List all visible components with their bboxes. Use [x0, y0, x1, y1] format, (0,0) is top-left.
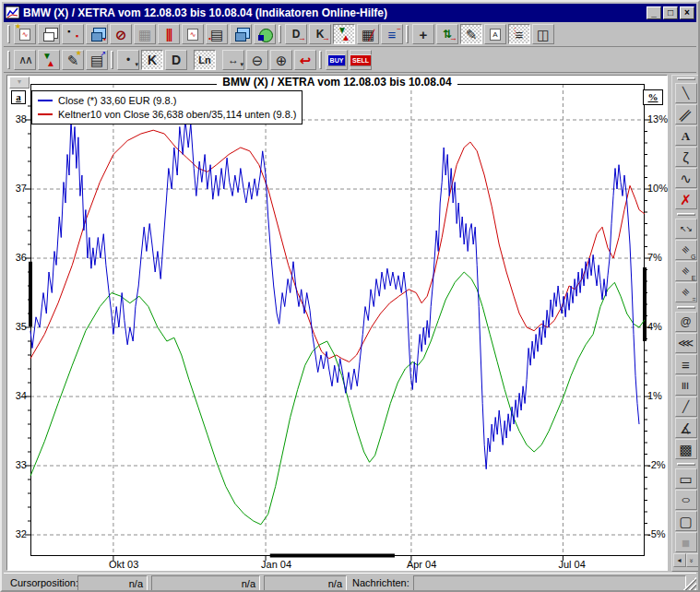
buy-button[interactable]: BUY [326, 50, 348, 70]
histogram-button[interactable]: ||| [158, 24, 180, 44]
close-button[interactable]: × [680, 6, 694, 19]
linked-windows-button-overlay: ▪ [103, 36, 106, 43]
new-chart-button[interactable]: ∿★ [14, 24, 36, 44]
table-button[interactable]: ▦ [134, 24, 156, 44]
layout-button[interactable]: ◫ [532, 24, 554, 44]
speed-lines-tool[interactable]: ∡ [675, 418, 697, 438]
toolbar-grip[interactable] [7, 25, 10, 43]
cursor-x-field: n/a [77, 575, 148, 591]
scroll-more-button[interactable]: « [686, 553, 699, 567]
toolbar-grip[interactable] [279, 25, 281, 43]
line-style-button-overlay: ▾ [135, 61, 138, 67]
crosshair-button[interactable]: + [412, 24, 434, 44]
fan-lines-tool[interactable]: ⋘ [675, 333, 697, 353]
scroll-left-button[interactable]: ◂ [673, 553, 686, 567]
kurs-data-button[interactable]: K→ [309, 24, 331, 44]
edit-wand-button[interactable]: ✎★ [62, 50, 84, 70]
cursor-position-label: Cursorposition: [10, 577, 78, 588]
y-axis-right-tick: 13% [647, 113, 668, 124]
no-edit-button[interactable]: ⊘ [110, 24, 132, 44]
signals-button[interactable]: ▼▲ [38, 50, 60, 70]
toolbar-grip[interactable] [7, 51, 10, 69]
sell-button[interactable]: SELL [350, 50, 372, 70]
text-tool[interactable]: A [675, 125, 697, 146]
report-window-button[interactable]: ▤• [206, 24, 228, 44]
trend-channel-tool[interactable]: ↖↘ [675, 219, 697, 239]
collapse-button[interactable]: ▾ [9, 77, 30, 89]
data-squares-button[interactable]: ▪▪ [62, 24, 84, 44]
rounded-rectangle-tool[interactable]: ▢ [675, 511, 697, 531]
daily-data-button-overlay: → [298, 34, 306, 42]
parallel-lines-tool[interactable]: ∥ [675, 104, 697, 124]
title-bar[interactable]: BMW (X) / XETRA vom 12.08.03 bis 10.08.0… [4, 4, 696, 22]
properties-button[interactable]: ▤↗ [86, 50, 108, 70]
levels-button-overlay: − [397, 26, 401, 33]
resize-grip[interactable] [683, 577, 696, 590]
parallel-channel-tool[interactable]: ≡= [675, 282, 697, 302]
signals-button-overlay: ▲ [46, 59, 55, 68]
toolbar-scroll-buttons: ◂« [673, 553, 699, 568]
daily-data-button[interactable]: D→ [285, 24, 307, 44]
y-axis-right-tick: -5% [647, 528, 666, 539]
filled-rectangle-tool[interactable]: ■ [675, 532, 697, 552]
move-arrows-button[interactable]: ⇅→ [436, 24, 458, 44]
news-field [413, 575, 686, 591]
web-update-button[interactable] [254, 24, 276, 44]
toolbar-grip[interactable] [111, 51, 113, 69]
toolbar-grip[interactable] [406, 25, 409, 43]
absolute-scale-button[interactable]: a [11, 90, 26, 104]
zoom-in-button[interactable]: ⊕ [270, 50, 292, 70]
objects-list-button[interactable]: ≡⋮ [508, 24, 530, 44]
log-scale-button[interactable]: Ln [194, 50, 216, 70]
maximize-button[interactable]: □ [663, 6, 678, 19]
time-range-button[interactable]: ↔▾ [222, 50, 244, 70]
bar-chart-button[interactable]: D [165, 50, 187, 70]
line-style-button[interactable]: •▾ [117, 50, 139, 70]
crosshatch-tool[interactable]: ▩ [675, 439, 697, 459]
zoom-out-button[interactable]: ⊖ [246, 50, 268, 70]
minimize-button[interactable]: _ [647, 6, 661, 19]
legend-item-close: Close (*) 33,60 EUR (9.8.) [38, 93, 296, 107]
candle-chart-button[interactable]: K [141, 50, 163, 70]
toolbar-grip[interactable] [677, 463, 695, 466]
toolbar-grip[interactable] [677, 213, 695, 216]
y-axis-left-tick: 37 [7, 183, 27, 194]
toolbar-grip[interactable] [677, 306, 695, 309]
percent-scale-button[interactable]: % [643, 89, 663, 105]
cursor-y-field: n/a [151, 575, 260, 591]
compress-button[interactable]: ▼▲ [333, 24, 355, 44]
vertical-lines-tool[interactable]: ≡ [675, 375, 697, 396]
y-axis-right-tick: 1% [647, 390, 662, 401]
legend-item-keltner: Keltner10 von Close 36,638 oben/35,114 u… [38, 107, 296, 121]
zigzag-indicator-button[interactable]: ∧∧ [14, 50, 36, 70]
rectangle-tool[interactable]: ▭ [675, 468, 697, 489]
cascade-windows-button[interactable] [230, 24, 252, 44]
cursor-value-field: n/a [264, 575, 347, 591]
text-note-button[interactable]: A [484, 24, 506, 44]
price-chart-plot[interactable] [30, 84, 645, 556]
spiral-tool[interactable]: @ [675, 312, 697, 332]
report-window-button-overlay: • [208, 35, 211, 42]
levels-button[interactable]: ≡− [381, 24, 403, 44]
trendline-tool[interactable]: ╱ [675, 397, 697, 417]
freehand-tool[interactable]: ζ [675, 147, 697, 167]
linked-windows-button[interactable]: ▪ [86, 24, 108, 44]
toolbar-grip[interactable] [677, 77, 695, 80]
chart-legend: Close (*) 33,60 EUR (9.8.) Keltner10 von… [31, 90, 303, 124]
draw-pencil-button[interactable]: ✎ [460, 24, 482, 44]
elliott-tool[interactable]: ≡E [675, 261, 697, 281]
line-tool[interactable]: ╲ [675, 83, 697, 103]
line-chart-button[interactable]: ∿ [182, 24, 204, 44]
ellipse-tool[interactable]: ○ [675, 490, 697, 510]
copy-button[interactable] [38, 24, 60, 44]
retracement-lines-tool[interactable]: ≡ [675, 354, 697, 374]
toolbar-grip[interactable] [319, 51, 322, 69]
delete-drawing-tool[interactable]: ✗ [675, 189, 697, 209]
parallel-channel-tool-overlay: = [692, 296, 695, 302]
wave-tool[interactable]: ∿ [675, 168, 697, 188]
new-chart-button-overlay: ★ [15, 23, 21, 43]
close-line-swatch [38, 100, 53, 101]
zoom-back-button[interactable]: ↩ [294, 50, 316, 70]
gann-tool[interactable]: ≡G [675, 240, 697, 260]
chart-grid-button[interactable]: ▦╱ [357, 24, 379, 44]
